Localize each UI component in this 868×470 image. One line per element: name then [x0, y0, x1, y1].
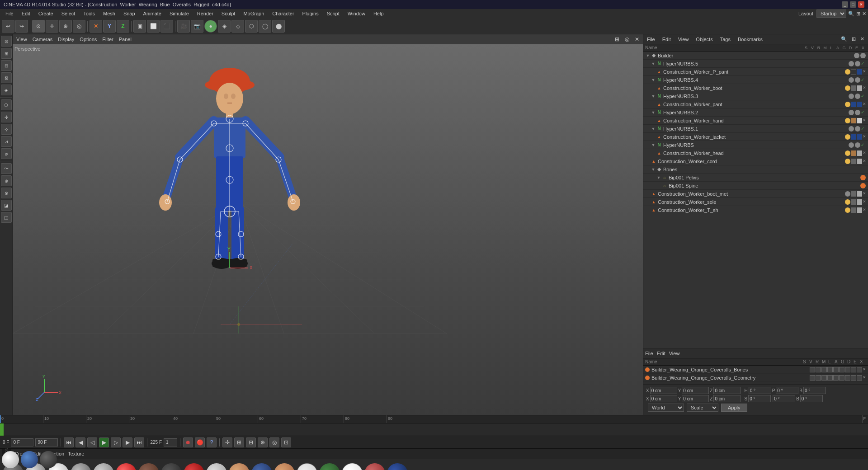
obj-row-hypernurbs4[interactable]: ▼ N HyperNURBS.4 ✓ [643, 76, 868, 84]
mat-item-small2[interactable] [21, 459, 38, 468]
obj-dot-n4-1[interactable] [849, 77, 854, 83]
obj-toggle-hypernurbs5[interactable]: ▼ [651, 61, 656, 66]
lt-tool9[interactable]: ◪ [1, 200, 12, 211]
key-options-button[interactable]: ⊕ [258, 437, 268, 447]
minimize-button[interactable]: _ [842, 1, 848, 8]
obj-row-pant[interactable]: ▲ Construction_Worker_pant ✕ [643, 100, 868, 108]
mat-item-small1[interactable] [2, 459, 19, 468]
menu-plugins[interactable]: Plugins [299, 10, 322, 17]
mat-item-eyeout[interactable]: eye_out [297, 463, 317, 470]
viewport[interactable]: Perspective [13, 44, 643, 415]
play-button[interactable]: ▶ [99, 437, 109, 447]
om-icon-close[interactable]: ✕ [859, 36, 866, 42]
am-menu-file[interactable]: File [645, 351, 653, 356]
camera-tool8[interactable]: ⬤ [272, 20, 285, 33]
menu-edit[interactable]: Edit [18, 10, 34, 17]
menu-character[interactable]: Character [269, 10, 297, 17]
apply-button[interactable]: Apply [721, 404, 747, 412]
y-pos-input[interactable] [682, 387, 709, 394]
vp-menu-view[interactable]: View [14, 37, 29, 42]
obj-dot-tsh[interactable] [845, 207, 850, 213]
obj-dot-n-2[interactable] [855, 142, 860, 148]
camera-tool6[interactable]: ⬡ [245, 20, 258, 33]
menu-tools[interactable]: Tools [80, 10, 99, 17]
obj-row-hand[interactable]: ▲ Construction_Worker_hand ✕ [643, 117, 868, 125]
s-p-input[interactable] [773, 395, 795, 402]
obj-dot-n4-2[interactable] [855, 77, 860, 83]
obj-toggle-hypernurbs[interactable]: ▼ [651, 142, 656, 148]
vp-menu-panel[interactable]: Panel [117, 37, 133, 42]
mat-menu-texture[interactable]: Texture [68, 451, 84, 456]
obj-toggle-hypernurbs3[interactable]: ▼ [651, 94, 656, 99]
search-icon[interactable]: 🔍 [848, 11, 854, 17]
render-preview[interactable]: ▣ [133, 20, 146, 33]
timeline-track[interactable] [0, 423, 868, 436]
camera-tool2[interactable]: 📷 [191, 20, 203, 33]
layout-select[interactable]: Startup [816, 9, 846, 18]
mat-item-fabricj[interactable]: fabric_J... [251, 463, 272, 470]
move-button[interactable]: Y [103, 20, 116, 33]
mat-item-teeth[interactable]: teeth [342, 463, 363, 470]
vp-icon3[interactable]: ✕ [633, 36, 641, 42]
obj-dot-n2-1[interactable] [849, 110, 854, 115]
lt-tool4[interactable]: ⊿ [1, 136, 12, 147]
obj-dot-hand[interactable] [845, 118, 850, 123]
mat-item-logohe[interactable]: logo_he [161, 463, 182, 470]
om-menu-file[interactable]: File [645, 37, 657, 42]
obj-row-bones[interactable]: ▼ ◆ Bones [643, 165, 868, 174]
sy-input[interactable] [682, 395, 709, 402]
obj-dot-boot[interactable] [845, 85, 850, 91]
vp-menu-options[interactable]: Options [78, 37, 99, 42]
next-key-button[interactable]: ▷ [111, 437, 121, 447]
mat-item-leather[interactable]: leather [138, 463, 159, 470]
obj-dot-jacket[interactable] [845, 134, 850, 140]
menu-animate[interactable]: Animate [140, 10, 165, 17]
lt-tool10[interactable]: ◫ [1, 212, 12, 223]
menu-file[interactable]: File [2, 10, 17, 17]
record-button[interactable]: ⏺ [183, 437, 193, 447]
obj-toggle-bones[interactable]: ▼ [651, 167, 656, 172]
tool3-button[interactable]: ⊕ [59, 20, 72, 33]
tool4-button[interactable]: ◎ [73, 20, 85, 33]
vp-menu-filter[interactable]: Filter [100, 37, 115, 42]
camera-tool1[interactable]: 🎥 [177, 20, 190, 33]
obj-row-spine[interactable]: ⌂ Bip001 Spine [643, 182, 868, 190]
goto-end-button[interactable]: ⏭ [134, 437, 144, 447]
obj-toggle-hypernurbs4[interactable]: ▼ [651, 77, 656, 83]
menu-simulate[interactable]: Simulate [166, 10, 193, 17]
lt-tool6[interactable]: 〜 [1, 163, 12, 174]
attr-row-geometry[interactable]: Builder_Wearing_Orange_Coveralls_Geometr… [643, 374, 868, 382]
menu-sculpt[interactable]: Sculpt [218, 10, 239, 17]
obj-row-hypernurbs1[interactable]: ▼ N HyperNURBS.1 ✓ [643, 125, 868, 133]
obj-dot-n3-1[interactable] [849, 94, 854, 99]
am-menu-edit[interactable]: Edit [657, 351, 665, 356]
motion-button[interactable]: ◎ [269, 437, 279, 447]
lt-tool7[interactable]: ⊕ [1, 175, 12, 186]
render-pic[interactable]: ⬛ [160, 20, 173, 33]
end-frame-input[interactable] [35, 438, 58, 446]
obj-dot-spine[interactable] [860, 183, 866, 188]
obj-dot-n5-2[interactable] [855, 61, 860, 66]
sx-input[interactable] [650, 395, 677, 402]
obj-dot-pant[interactable] [845, 102, 850, 107]
obj-toggle-builder[interactable]: ▼ [645, 53, 651, 58]
undo-button[interactable]: ↩ [2, 20, 14, 33]
obj-row-ppant[interactable]: ▲ Construction_Worker_P_pant ✕ [643, 68, 868, 76]
obj-row-pelvis[interactable]: ▼ ⌂ Bip001 Pelvis [643, 174, 868, 182]
h-rot-input[interactable] [749, 387, 771, 394]
obj-dot-head[interactable] [845, 150, 850, 156]
live-selection-button[interactable]: ⊙ [32, 20, 45, 33]
lt-tool3[interactable]: ⊹ [1, 124, 12, 135]
scale-select[interactable]: Scale [687, 404, 718, 412]
om-menu-view[interactable]: View [676, 37, 691, 42]
obj-dot-pelvis[interactable] [860, 175, 866, 180]
obj-dot-cord[interactable] [845, 159, 850, 164]
x-pos-input[interactable] [650, 387, 677, 394]
menu-script[interactable]: Script [323, 10, 343, 17]
menu-mograph[interactable]: MoGraph [240, 10, 268, 17]
obj-dot-n-1[interactable] [849, 142, 854, 148]
camera-tool4[interactable]: ◈ [218, 20, 231, 33]
menu-snap[interactable]: Snap [120, 10, 139, 17]
redo-button[interactable]: ↪ [15, 20, 28, 33]
obj-toggle-pelvis[interactable]: ▼ [656, 175, 661, 180]
